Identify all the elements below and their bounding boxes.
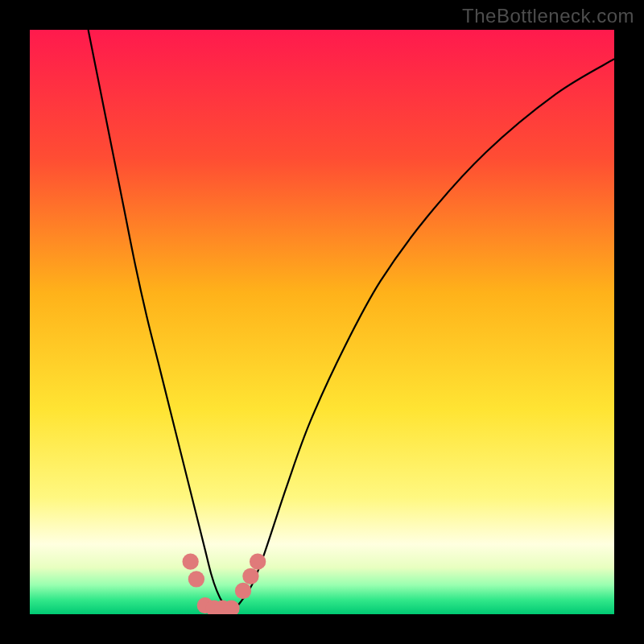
- valley-dot: [242, 568, 258, 584]
- chart-frame: TheBottleneck.com: [0, 0, 644, 644]
- curve-layer: [30, 30, 614, 614]
- valley-dot: [235, 583, 251, 599]
- valley-markers: [182, 553, 266, 614]
- watermark-text: TheBottleneck.com: [462, 5, 634, 27]
- valley-dot: [188, 571, 204, 587]
- plot-area: [30, 30, 614, 614]
- valley-dot: [250, 553, 266, 569]
- valley-dot: [182, 553, 198, 569]
- bottleneck-curve: [89, 30, 614, 609]
